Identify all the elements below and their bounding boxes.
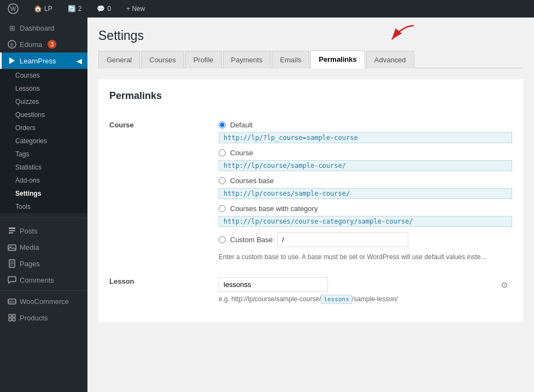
home-icon: 🏠 xyxy=(34,5,42,13)
sidebar-sub-item-lessons[interactable]: Lessons xyxy=(0,82,87,95)
pages-icon xyxy=(8,259,16,268)
course-radio-courses-base-row: Courses base xyxy=(219,177,512,185)
course-radio-default-row: Default xyxy=(219,121,512,129)
sidebar-item-dashboard[interactable]: ⊞ Dashboard xyxy=(0,20,87,36)
tab-permalinks[interactable]: Permalinks xyxy=(310,50,365,68)
sidebar-sub-item-quizzes[interactable]: Quizzes xyxy=(0,95,87,108)
settings-wrapper: Settings General Courses Profile Payment… xyxy=(98,28,523,322)
course-label: Course xyxy=(109,113,219,269)
course-radio-courses-base-category-label[interactable]: Courses base with category xyxy=(230,204,318,213)
course-radio-group: Default http://lp/?lp_course=sample-cour… xyxy=(219,121,512,261)
lesson-label: Lesson xyxy=(109,269,219,311)
lesson-cell: ⊙ e.g. http://lp/course/sample-course/le… xyxy=(219,269,512,311)
eduma-icon: E xyxy=(8,40,16,49)
course-options-cell: Default http://lp/?lp_course=sample-cour… xyxy=(219,113,512,269)
main-content: Settings General Courses Profile Payment… xyxy=(87,17,534,392)
posts-icon xyxy=(8,226,16,235)
woocommerce-icon: Woo xyxy=(8,297,16,306)
sidebar-sub-item-categories[interactable]: Categories xyxy=(0,134,87,148)
updates-icon: 🔄 xyxy=(68,5,76,13)
sidebar-sub-item-questions[interactable]: Questions xyxy=(0,108,87,121)
chevron-left-icon: ◀ xyxy=(77,57,82,65)
sidebar-item-posts[interactable]: Posts xyxy=(0,223,87,239)
course-radio-course[interactable] xyxy=(219,149,226,156)
updates-button[interactable]: 🔄 2 xyxy=(64,0,85,17)
course-url-default: http://lp/?lp_course=sample-course xyxy=(219,132,512,143)
tab-profile[interactable]: Profile xyxy=(185,51,222,68)
tab-general[interactable]: General xyxy=(98,51,140,68)
sidebar-item-products[interactable]: Products xyxy=(0,309,87,326)
tab-advanced[interactable]: Advanced xyxy=(366,51,414,68)
svg-rect-8 xyxy=(8,245,16,250)
svg-rect-19 xyxy=(13,318,15,321)
learnpress-submenu: Courses Lessons Quizzes Questions Orders… xyxy=(0,69,87,213)
svg-rect-17 xyxy=(13,314,15,317)
tab-courses[interactable]: Courses xyxy=(141,51,184,68)
course-option-courses-base: Courses base http://lp/courses/sample-co… xyxy=(219,177,512,199)
form-table: Course Default xyxy=(109,113,512,311)
sidebar-divider-2 xyxy=(0,290,87,291)
course-radio-course-row: Course xyxy=(219,149,512,157)
tab-payments[interactable]: Payments xyxy=(223,51,271,68)
wp-logo-button[interactable]: W xyxy=(4,0,22,17)
svg-rect-16 xyxy=(9,314,11,317)
course-url-courses-base: http://lp/courses/sample-course/ xyxy=(219,188,512,199)
dashboard-icon: ⊞ xyxy=(8,24,16,32)
comments-icon: 💬 xyxy=(97,5,105,13)
svg-rect-18 xyxy=(9,318,11,321)
sidebar-sub-item-addons[interactable]: Add-ons xyxy=(0,174,87,187)
course-radio-default[interactable] xyxy=(219,121,226,128)
course-radio-custom-base[interactable] xyxy=(219,236,226,243)
custom-base-input[interactable] xyxy=(277,232,408,247)
svg-text:E: E xyxy=(10,42,14,48)
sidebar-sub-item-statistics[interactable]: Statistics xyxy=(0,161,87,174)
sidebar-item-media[interactable]: Media xyxy=(0,239,87,255)
svg-rect-6 xyxy=(9,230,15,231)
svg-marker-4 xyxy=(9,57,15,64)
course-option-custom-base: Custom Base Enter a custom base to use. … xyxy=(219,232,512,261)
course-radio-course-label[interactable]: Course xyxy=(230,149,253,157)
home-button[interactable]: 🏠 LP xyxy=(31,0,56,17)
course-option-default: Default http://lp/?lp_course=sample-cour… xyxy=(219,121,512,143)
lesson-input[interactable] xyxy=(219,277,328,292)
sidebar-sub-item-courses[interactable]: Courses xyxy=(0,69,87,82)
sidebar-sub-item-tools[interactable]: Tools xyxy=(0,200,87,213)
course-radio-courses-base-category-row: Courses base with category xyxy=(219,204,512,213)
lesson-url-highlight: lessons xyxy=(321,295,351,304)
sidebar-item-eduma[interactable]: E Eduma 3 xyxy=(0,36,87,52)
comments-button[interactable]: 💬 0 xyxy=(93,0,114,17)
sidebar-item-pages[interactable]: Pages xyxy=(0,255,87,272)
course-radio-default-label[interactable]: Default xyxy=(230,121,253,129)
course-option-courses-base-category: Courses base with category http://lp/cou… xyxy=(219,204,512,227)
course-radio-courses-base-category[interactable] xyxy=(219,205,226,212)
products-icon xyxy=(8,313,16,322)
sidebar-item-comments[interactable]: Comments xyxy=(0,272,87,288)
course-row: Course Default xyxy=(109,113,512,269)
tab-emails[interactable]: Emails xyxy=(272,51,309,68)
custom-base-help: Enter a custom base to use. A base must … xyxy=(219,253,512,261)
lesson-input-wrapper: ⊙ xyxy=(219,277,512,292)
sidebar-sub-item-orders[interactable]: Orders xyxy=(0,121,87,134)
admin-bar: W 🏠 LP 🔄 2 💬 0 + New xyxy=(0,0,534,17)
refresh-icon[interactable]: ⊙ xyxy=(501,280,508,289)
page-title: Settings xyxy=(98,28,523,43)
media-icon xyxy=(8,243,16,251)
course-radio-courses-base[interactable] xyxy=(219,177,226,184)
custom-base-label[interactable]: Custom Base xyxy=(230,236,273,244)
sidebar-sub-item-tags[interactable]: Tags xyxy=(0,148,87,161)
settings-tabs: General Courses Profile Payments Emails … xyxy=(98,50,523,68)
sidebar-item-learnpress[interactable]: LearnPress ◀ xyxy=(0,52,87,69)
sidebar: ⊞ Dashboard E Eduma 3 LearnPress ◀ xyxy=(0,17,87,392)
svg-text:Woo: Woo xyxy=(8,300,16,303)
sidebar-other-section: Posts Media Pages Comments xyxy=(0,220,87,328)
lesson-row: Lesson ⊙ e.g. http://lp/course/sample-co… xyxy=(109,269,512,311)
course-radio-courses-base-label[interactable]: Courses base xyxy=(230,177,274,185)
sidebar-item-woocommerce[interactable]: Woo WooCommerce xyxy=(0,293,87,309)
sidebar-sub-item-settings[interactable]: Settings xyxy=(0,187,87,200)
svg-text:W: W xyxy=(10,5,16,12)
lesson-url-example: e.g. http://lp/course/sample-course/less… xyxy=(219,295,512,303)
new-button[interactable]: + New xyxy=(123,0,148,17)
course-url-course: http://lp/course/sample-course/ xyxy=(219,160,512,171)
permalinks-section: Permalinks Course xyxy=(98,79,523,322)
eduma-badge: 3 xyxy=(48,40,56,49)
